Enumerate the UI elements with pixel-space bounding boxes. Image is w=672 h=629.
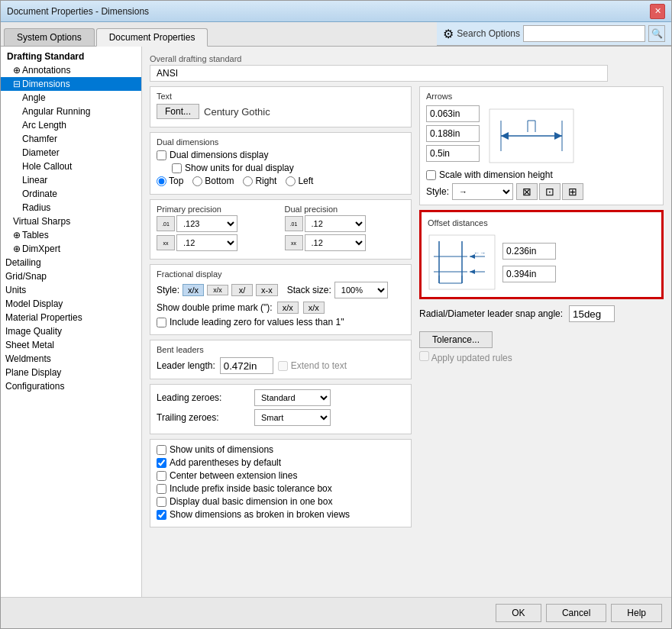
apply-updated-row: Apply updated rules	[419, 351, 664, 363]
arrows-section: Arrows	[419, 86, 664, 205]
show-units-checkbox[interactable]	[157, 445, 166, 455]
sidebar-item-dimensions[interactable]: ⊟ Dimensions	[1, 77, 141, 91]
frac-btn-4[interactable]: x-x	[256, 284, 278, 296]
sidebar-item-dimxpert[interactable]: ⊕ DimXpert	[1, 242, 141, 256]
style-label: Style:	[426, 186, 449, 197]
help-button[interactable]: Help	[611, 604, 662, 622]
sidebar-item-arc-length[interactable]: Arc Length	[1, 118, 141, 132]
tolerance-button[interactable]: Tolerance...	[419, 331, 493, 348]
sidebar-item-drafting-standard[interactable]: Drafting Standard	[1, 50, 141, 63]
radio-left-label: Left	[298, 176, 313, 186]
sidebar-item-grid-snap[interactable]: Grid/Snap	[1, 269, 141, 283]
sidebar-item-label: Weldments	[5, 353, 51, 364]
radial-section: Radial/Diameter leader snap angle:	[419, 305, 664, 322]
sidebar-item-angular-running[interactable]: Angular Running	[1, 105, 141, 118]
primary-prec-row2: xx .12	[157, 234, 277, 251]
offset-input-1[interactable]	[502, 243, 556, 260]
leading-zeroes-select[interactable]: Standard	[254, 389, 331, 406]
dual-precision-select1[interactable]: .12	[305, 215, 366, 232]
dual-dimensions-checkbox[interactable]	[157, 150, 166, 160]
arrow-input-1[interactable]	[426, 105, 480, 122]
scale-checkbox[interactable]	[426, 170, 436, 180]
arrows-layout	[426, 105, 657, 166]
sidebar-item-sheet-metal[interactable]: Sheet Metal	[1, 338, 141, 352]
sidebar-item-angle[interactable]: Angle	[1, 91, 141, 105]
include-prefix-checkbox[interactable]	[157, 484, 166, 494]
dbl-prime-btn2[interactable]: x/x	[303, 302, 325, 314]
trailing-zeroes-select[interactable]: Smart	[254, 409, 331, 426]
search-input[interactable]	[523, 25, 645, 42]
sidebar-item-diameter[interactable]: Diameter	[1, 146, 141, 160]
ok-button[interactable]: OK	[496, 604, 541, 622]
frac-btn-2[interactable]: x/x	[207, 285, 228, 295]
offset-input-2[interactable]	[502, 266, 556, 282]
frac-btn-1[interactable]: x/x	[183, 284, 204, 296]
radial-input[interactable]	[569, 305, 615, 322]
close-button[interactable]: ✕	[650, 4, 665, 19]
style-btn-3[interactable]: ⊞	[562, 183, 583, 200]
tab-system-options[interactable]: System Options	[4, 28, 95, 46]
font-button[interactable]: Font...	[157, 104, 199, 119]
sidebar-item-plane-display[interactable]: Plane Display	[1, 366, 141, 379]
style-btn-1[interactable]: ⊠	[516, 183, 538, 200]
sidebar-item-detailing[interactable]: Detailing	[1, 256, 141, 269]
display-dual-basic-checkbox[interactable]	[157, 497, 166, 507]
sidebar-item-annotations[interactable]: ⊕ Annotations	[1, 63, 141, 77]
tab-document-properties[interactable]: Document Properties	[96, 28, 208, 47]
arrow-style-select[interactable]: →	[452, 183, 513, 200]
sidebar-item-image-quality[interactable]: Image Quality	[1, 324, 141, 338]
precision-section: Primary precision .01 .123	[150, 199, 412, 260]
sidebar-item-material-properties[interactable]: Material Properties	[1, 311, 141, 324]
show-units-dual-label: Show units for dual display	[185, 163, 294, 173]
radio-left: Left	[286, 176, 313, 186]
leader-length-input[interactable]	[220, 357, 273, 374]
radio-left-input[interactable]	[286, 176, 296, 186]
center-between-checkbox[interactable]	[157, 471, 166, 481]
offset-diagram: ←→	[428, 234, 496, 291]
search-button[interactable]: 🔍	[648, 25, 665, 42]
sidebar-item-label: Linear	[22, 175, 47, 185]
sidebar-item-tables[interactable]: ⊕ Tables	[1, 228, 141, 242]
style-btn-2[interactable]: ⊡	[539, 183, 561, 200]
sidebar-item-model-display[interactable]: Model Display	[1, 297, 141, 311]
arrow-input-3[interactable]	[426, 145, 480, 162]
sidebar-item-radius[interactable]: Radius	[1, 201, 141, 215]
primary-precision-select2[interactable]: .12	[176, 234, 237, 251]
sidebar-item-weldments[interactable]: Weldments	[1, 352, 141, 366]
sidebar-item-hole-callout[interactable]: Hole Callout	[1, 160, 141, 173]
dual-precision-select2[interactable]: .12	[305, 234, 366, 251]
show-broken-checkbox[interactable]	[157, 510, 166, 520]
display-dual-basic-row: Display dual basic dimension in one box	[157, 496, 405, 507]
sidebar-item-virtual-sharps[interactable]: Virtual Sharps	[1, 215, 141, 228]
toggle-icon: ⊕	[13, 65, 21, 76]
primary-precision-select1[interactable]: .123	[176, 215, 237, 232]
apply-updated-checkbox	[419, 351, 429, 361]
precision-row: Primary precision .01 .123	[157, 205, 405, 251]
add-parentheses-checkbox[interactable]	[157, 458, 166, 468]
display-dual-basic-label: Display dual basic dimension in one box	[170, 496, 332, 507]
frac-btn-3[interactable]: x/	[231, 284, 253, 296]
show-units-row: Show units of dimensions	[157, 444, 405, 455]
radio-bottom-input[interactable]	[192, 176, 202, 186]
sidebar-item-label: Configurations	[5, 381, 64, 392]
arrow-input-2[interactable]	[426, 125, 480, 142]
sidebar-item-chamfer[interactable]: Chamfer	[1, 132, 141, 146]
radio-right-input[interactable]	[243, 176, 253, 186]
add-parentheses-row: Add parentheses by default	[157, 457, 405, 468]
sidebar-item-configurations[interactable]: Configurations	[1, 379, 141, 393]
sidebar-item-linear[interactable]: Linear	[1, 173, 141, 187]
dbl-prime-btn1[interactable]: x/x	[277, 302, 299, 314]
bent-leaders-row: Leader length: Extend to text	[157, 357, 405, 374]
cancel-button[interactable]: Cancel	[546, 604, 606, 622]
stack-size-select[interactable]: 100%	[334, 282, 388, 298]
radio-top-input[interactable]	[157, 176, 166, 186]
sidebar-item-ordinate[interactable]: Ordinate	[1, 187, 141, 201]
sidebar-item-label: Diameter	[22, 147, 60, 158]
scale-row: Scale with dimension height	[426, 169, 657, 180]
scale-label: Scale with dimension height	[439, 169, 553, 180]
sidebar-item-units[interactable]: Units	[1, 283, 141, 297]
show-units-dual-checkbox[interactable]	[172, 163, 182, 173]
include-leading-zero-checkbox[interactable]	[157, 318, 166, 327]
extend-to-text-checkbox	[278, 361, 288, 371]
trailing-zeroes-row: Trailing zeroes: Smart	[157, 409, 405, 426]
